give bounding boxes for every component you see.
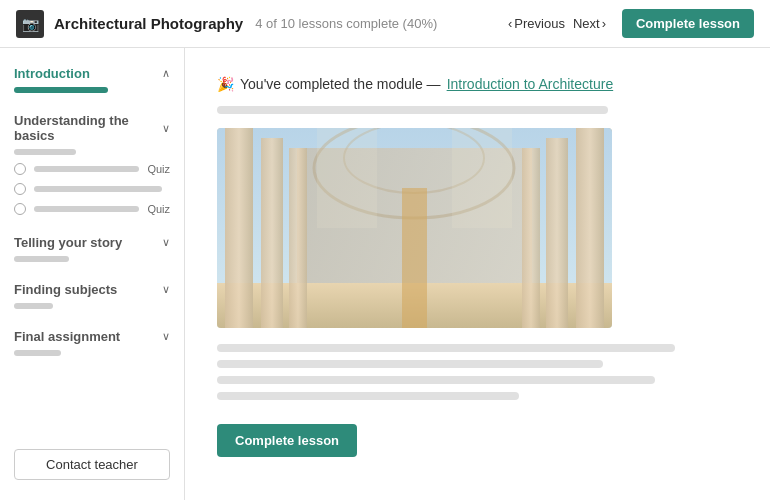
svg-rect-10 — [522, 148, 540, 328]
complete-lesson-button-header[interactable]: Complete lesson — [622, 9, 754, 38]
completion-banner: 🎉 You've completed the module — Introduc… — [217, 76, 738, 92]
sidebar-section-final: Final assignment ∨ — [0, 321, 184, 368]
sidebar-section-finding: Finding subjects ∨ — [0, 274, 184, 321]
sidebar-section-header-telling[interactable]: Telling your story ∨ — [14, 235, 170, 250]
svg-rect-9 — [546, 138, 568, 328]
sidebar-section-introduction: Introduction ∧ — [0, 58, 184, 105]
sidebar-progress-pill-telling — [14, 256, 69, 262]
lesson-radio-3 — [14, 203, 26, 215]
module-link[interactable]: Introduction to Architecture — [447, 76, 614, 92]
content-lines — [217, 344, 738, 400]
sidebar-section-title-telling: Telling your story — [14, 235, 122, 250]
architecture-svg — [217, 128, 612, 328]
lesson-badge-1: Quiz — [147, 163, 170, 175]
course-title: Architectural Photography — [54, 15, 243, 32]
sidebar-footer: Contact teacher — [0, 439, 184, 490]
sidebar-section-title-finding: Finding subjects — [14, 282, 117, 297]
sidebar-section-title-understanding: Understanding the basics — [14, 113, 162, 143]
chevron-left-icon: ‹ — [508, 16, 512, 31]
sidebar-progress-pill-introduction — [14, 87, 108, 93]
sidebar-section-header-final[interactable]: Final assignment ∨ — [14, 329, 170, 344]
sidebar-progress-pill-finding — [14, 303, 53, 309]
architecture-image — [217, 128, 612, 328]
lesson-pill-1 — [34, 166, 139, 172]
progress-text: 4 of 10 lessons complete (40%) — [255, 16, 508, 31]
sidebar-section-title-final: Final assignment — [14, 329, 120, 344]
lesson-badge-3: Quiz — [147, 203, 170, 215]
contact-teacher-button[interactable]: Contact teacher — [14, 449, 170, 480]
sidebar-section-header-understanding[interactable]: Understanding the basics ∨ — [14, 113, 170, 143]
content-line-3 — [217, 376, 655, 384]
svg-rect-11 — [402, 188, 427, 328]
svg-rect-6 — [261, 138, 283, 328]
course-logo: 📷 — [16, 10, 44, 38]
lesson-radio-1 — [14, 163, 26, 175]
svg-rect-5 — [225, 128, 253, 328]
completion-text: You've completed the module — — [240, 76, 441, 92]
svg-rect-13 — [452, 128, 512, 228]
sidebar-section-telling: Telling your story ∨ — [0, 227, 184, 274]
sidebar-section-title-introduction: Introduction — [14, 66, 90, 81]
chevron-down-icon-telling: ∨ — [162, 236, 170, 249]
next-button[interactable]: Next › — [573, 16, 606, 31]
intro-placeholder — [217, 106, 608, 114]
sidebar-section-header-introduction[interactable]: Introduction ∧ — [14, 66, 170, 81]
complete-lesson-button-main[interactable]: Complete lesson — [217, 424, 357, 457]
svg-rect-12 — [317, 128, 377, 228]
lesson-pill-3 — [34, 206, 139, 212]
list-item: Quiz — [14, 159, 170, 179]
nav-controls: ‹ Previous Next › — [508, 16, 606, 31]
party-emoji: 🎉 — [217, 76, 234, 92]
svg-rect-8 — [576, 128, 604, 328]
chevron-up-icon: ∧ — [162, 67, 170, 80]
main-content: 🎉 You've completed the module — Introduc… — [185, 48, 770, 500]
content-line-1 — [217, 344, 675, 352]
content-line-4 — [217, 392, 519, 400]
chevron-right-icon: › — [602, 16, 606, 31]
list-item: Quiz — [14, 199, 170, 219]
sidebar-progress-pill-final — [14, 350, 61, 356]
sidebar-section-understanding: Understanding the basics ∨ Quiz — [0, 105, 184, 227]
header: 📷 Architectural Photography 4 of 10 less… — [0, 0, 770, 48]
sidebar-section-header-finding[interactable]: Finding subjects ∨ — [14, 282, 170, 297]
list-item — [14, 179, 170, 199]
lesson-pill-2 — [34, 186, 162, 192]
lesson-list-understanding: Quiz Quiz — [14, 159, 170, 219]
sidebar-progress-pill-understanding — [14, 149, 76, 155]
chevron-down-icon-finding: ∨ — [162, 283, 170, 296]
chevron-down-icon-final: ∨ — [162, 330, 170, 343]
svg-rect-7 — [289, 148, 307, 328]
camera-icon: 📷 — [22, 16, 39, 32]
content-line-2 — [217, 360, 603, 368]
prev-button[interactable]: ‹ Previous — [508, 16, 565, 31]
sidebar: Introduction ∧ Understanding the basics … — [0, 48, 185, 500]
chevron-down-icon-understanding: ∨ — [162, 122, 170, 135]
main-layout: Introduction ∧ Understanding the basics … — [0, 48, 770, 500]
lesson-radio-2 — [14, 183, 26, 195]
